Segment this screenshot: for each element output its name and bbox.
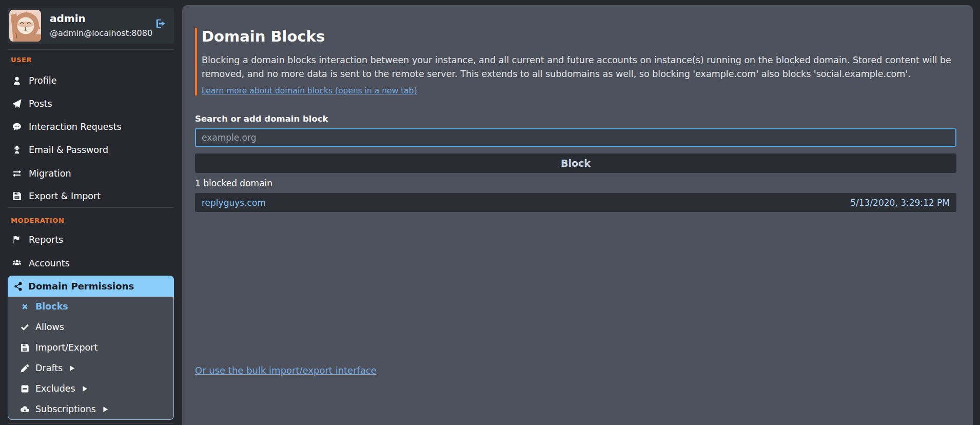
divider [8,49,174,50]
section-label-user: USER [11,56,32,64]
user-card[interactable]: admin @admin@localhost:8080 [8,8,174,44]
search-input[interactable] [195,128,956,147]
sign-out-icon[interactable] [154,18,167,30]
check-icon [20,322,29,332]
blocked-domain-row[interactable]: replyguys.com 5/13/2020, 3:29:12 PM [195,193,956,212]
user-name: admin [50,12,86,25]
page-header: Domain Blocks Blocking a domain blocks i… [195,28,956,95]
sidebar-item-label: Email & Password [29,145,108,155]
sidebar-item-label: Blocks [35,301,68,312]
blocked-domain-link[interactable]: replyguys.com [202,198,266,208]
sidebar-item-blocks[interactable]: Blocks [8,300,173,313]
divider [8,423,174,424]
sidebar-item-label: Profile [29,75,56,86]
sidebar-item-email-password[interactable]: Email & Password [8,144,174,156]
caret-right-icon [69,365,75,372]
sidebar-item-subscriptions[interactable]: Subscriptions [8,403,173,415]
sidebar-item-label: Posts [29,99,52,109]
paper-plane-icon [12,99,22,108]
divider [8,207,174,208]
x-icon [20,302,29,311]
comment-dots-icon [12,122,22,131]
user-icon [12,76,22,85]
sidebar-item-label: Domain Permissions [28,281,134,292]
domain-block-form: Search or add domain block Block 1 block… [195,114,956,212]
users-icon [12,259,22,268]
sidebar-item-import-export[interactable]: Import/Export [8,341,173,354]
sidebar-item-migration[interactable]: Migration [8,167,174,180]
sidebar-item-label: Drafts [35,363,63,373]
sidebar-item-label: Import/Export [35,342,97,353]
share-nodes-icon [13,282,23,291]
sidebar-item-interaction-requests[interactable]: Interaction Requests [8,121,174,133]
page-title: Domain Blocks [202,28,956,45]
flag-icon [12,235,22,244]
sidebar-item-label: Allows [35,322,64,332]
sidebar-item-label: Export & Import [29,191,101,201]
sidebar-item-excludes[interactable]: Excludes [8,382,173,395]
blocked-count: 1 blocked domain [195,178,956,188]
avatar [9,10,41,42]
floppy-disk-icon [20,343,29,352]
caret-right-icon [102,406,109,413]
sidebar-item-accounts[interactable]: Accounts [8,257,174,269]
sidebar: admin @admin@localhost:8080 USER Profile… [8,8,174,425]
sidebar-item-label: Interaction Requests [29,122,122,132]
sidebar-item-domain-permissions[interactable]: Domain Permissions [8,276,174,297]
sidebar-item-label: Migration [29,168,71,179]
sidebar-item-label: Subscriptions [35,404,96,414]
floppy-disk-icon [12,191,22,201]
sidebar-item-label: Excludes [35,383,75,394]
bulk-import-export-link[interactable]: Or use the bulk import/export interface [195,365,377,376]
minus-square-icon [20,384,29,393]
block-button[interactable]: Block [195,153,956,173]
sidebar-item-reports[interactable]: Reports [8,234,174,246]
sidebar-item-drafts[interactable]: Drafts [8,362,173,374]
section-label-moderation: MODERATION [11,217,64,224]
sidebar-item-label: Reports [29,235,63,245]
exchange-arrows-icon [12,169,22,178]
user-secret-icon [12,145,22,154]
page-description: Blocking a domain blocks interaction bet… [202,53,956,81]
search-label: Search or add domain block [195,114,956,124]
sidebar-item-allows[interactable]: Allows [8,321,173,333]
sidebar-item-profile[interactable]: Profile [8,74,174,87]
domain-permissions-submenu: Blocks Allows Import/Export Drafts Exclu… [8,297,174,420]
blocked-domain-date: 5/13/2020, 3:29:12 PM [850,198,950,208]
cloud-download-icon [20,404,29,414]
sidebar-item-export-import[interactable]: Export & Import [8,190,174,202]
main-panel: Domain Blocks Blocking a domain blocks i… [182,5,973,425]
user-handle: @admin@localhost:8080 [50,28,152,38]
pencil-icon [20,363,29,373]
sidebar-item-label: Accounts [29,258,70,268]
caret-right-icon [82,385,88,392]
sidebar-item-posts[interactable]: Posts [8,98,174,110]
learn-more-link[interactable]: Learn more about domain blocks (opens in… [202,86,417,95]
